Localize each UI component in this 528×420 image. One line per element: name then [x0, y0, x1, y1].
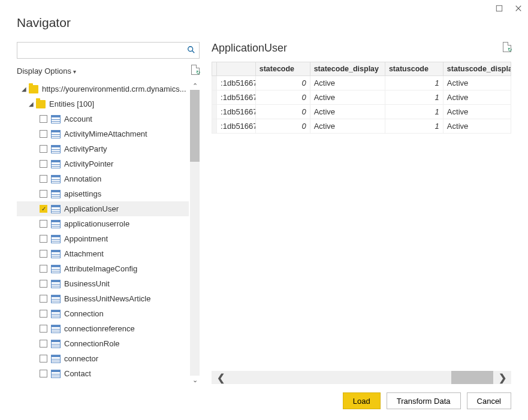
cell: Active: [310, 76, 385, 90]
tree-root-node[interactable]: ◢ https://yourenvironmentid.crm.dynamics…: [17, 81, 189, 96]
load-button[interactable]: Load: [343, 392, 381, 409]
table-icon: [51, 370, 61, 378]
table-icon: [51, 160, 61, 168]
checkbox[interactable]: [40, 160, 47, 168]
scroll-down-button[interactable]: ⌄: [190, 376, 200, 384]
table-row[interactable]: :1db516670Active1Active: [212, 105, 511, 119]
chevron-down-icon[interactable]: ◢: [22, 86, 28, 92]
entity-label: Account: [64, 114, 92, 123]
tree-entity-item[interactable]: connectionreference: [17, 321, 189, 336]
tree-entity-item[interactable]: BusinessUnitNewsArticle: [17, 291, 189, 306]
column-header[interactable]: [217, 62, 256, 76]
preview-table: statecodestatecode_displaystatuscodestat…: [212, 62, 511, 134]
entity-label: connector: [64, 354, 98, 363]
tree-entity-item[interactable]: Appointment: [17, 231, 189, 246]
entity-label: Appointment: [64, 234, 108, 243]
cell: :1db51667: [217, 76, 256, 90]
tree-entity-item[interactable]: Attachment: [17, 246, 189, 261]
checkbox[interactable]: [40, 370, 47, 377]
checkbox[interactable]: [40, 115, 47, 123]
cell: 1: [385, 76, 443, 90]
search-input[interactable]: [21, 46, 187, 55]
entity-label: Connection: [64, 309, 104, 318]
tree-entity-item[interactable]: applicationuserrole: [17, 216, 189, 231]
tree-entity-item[interactable]: Contact: [17, 366, 189, 381]
checkbox[interactable]: [40, 280, 47, 288]
tree-entity-item[interactable]: ActivityPointer: [17, 156, 189, 171]
table-icon: [51, 340, 61, 348]
scroll-up-button[interactable]: ⌃: [190, 81, 200, 90]
close-button[interactable]: [515, 4, 523, 12]
tree-entity-item[interactable]: AttributeImageConfig: [17, 261, 189, 276]
table-icon: [51, 130, 61, 138]
column-header[interactable]: statecode: [255, 62, 310, 76]
tree-entity-item[interactable]: ConnectionRole: [17, 336, 189, 351]
cell: 1: [385, 105, 443, 119]
display-options-dropdown[interactable]: Display Options: [17, 67, 76, 75]
preview-refresh-icon[interactable]: ↻: [503, 42, 511, 55]
cell: Active: [310, 105, 385, 119]
tree-entity-item[interactable]: ActivityParty: [17, 141, 189, 156]
cell: 0: [255, 76, 310, 90]
table-icon: [51, 310, 61, 318]
cell: 0: [255, 90, 310, 105]
chevron-down-icon[interactable]: ◢: [29, 101, 35, 107]
checkbox[interactable]: [40, 340, 47, 348]
table-row[interactable]: :1db516670Active1Active: [212, 76, 511, 90]
cell: 1: [385, 90, 443, 105]
cancel-button[interactable]: Cancel: [467, 392, 511, 409]
table-icon: [51, 205, 61, 213]
cell: :1db51667: [217, 105, 256, 119]
cell: 1: [385, 119, 443, 134]
search-input-container[interactable]: [17, 42, 200, 59]
tree-entity-item[interactable]: Account: [17, 111, 189, 126]
table-row[interactable]: :1db516670Active1Active: [212, 90, 511, 105]
entity-label: AttributeImageConfig: [64, 264, 137, 273]
column-header[interactable]: statecode_display: [310, 62, 385, 76]
checkbox[interactable]: [40, 325, 47, 333]
tree-entity-item[interactable]: ActivityMimeAttachment: [17, 126, 189, 141]
search-icon[interactable]: [187, 46, 195, 56]
navigator-tree[interactable]: ◢ https://yourenvironmentid.crm.dynamics…: [17, 81, 189, 384]
maximize-button[interactable]: [496, 4, 504, 12]
tree-entity-item[interactable]: apisettings: [17, 186, 189, 201]
checkbox[interactable]: [40, 295, 47, 303]
horizontal-scrollbar[interactable]: ❮ ❯: [212, 371, 511, 384]
scroll-right-button[interactable]: ❯: [493, 372, 511, 383]
tree-entity-item[interactable]: BusinessUnit: [17, 276, 189, 291]
tree-entity-item[interactable]: connector: [17, 351, 189, 366]
checkbox[interactable]: [40, 265, 47, 273]
checkbox[interactable]: ✓: [40, 205, 47, 213]
checkbox[interactable]: [40, 310, 47, 318]
column-header[interactable]: statuscode: [385, 62, 443, 76]
tree-entity-item[interactable]: Connection: [17, 306, 189, 321]
cell: 0: [255, 119, 310, 134]
table-row[interactable]: :1db516670Active1Active: [212, 119, 511, 134]
checkbox[interactable]: [40, 235, 47, 243]
cell: Active: [443, 90, 511, 105]
checkbox[interactable]: [40, 220, 47, 228]
checkbox[interactable]: [40, 355, 47, 362]
tree-entity-item[interactable]: ✓ApplicationUser: [17, 201, 189, 216]
preview-options-icon[interactable]: ↻: [191, 65, 200, 77]
table-icon: [51, 250, 61, 258]
scroll-left-button[interactable]: ❮: [212, 372, 230, 383]
hscroll-thumb[interactable]: [451, 371, 493, 384]
column-header[interactable]: statuscode_display: [443, 62, 511, 76]
transform-data-button[interactable]: Transform Data: [387, 392, 461, 409]
checkbox[interactable]: [40, 250, 47, 258]
scrollbar-thumb[interactable]: [190, 90, 200, 162]
tree-entity-item[interactable]: Annotation: [17, 171, 189, 186]
entity-label: ActivityParty: [64, 144, 107, 153]
tree-group-node[interactable]: ◢ Entities [100]: [17, 96, 189, 111]
checkbox[interactable]: [40, 175, 47, 183]
entity-label: Annotation: [64, 174, 101, 183]
table-icon: [51, 190, 61, 198]
checkbox[interactable]: [40, 190, 47, 198]
cell: Active: [443, 105, 511, 119]
svg-rect-0: [496, 5, 502, 11]
svg-point-1: [188, 46, 193, 51]
vertical-scrollbar[interactable]: [190, 90, 200, 376]
checkbox[interactable]: [40, 145, 47, 153]
checkbox[interactable]: [40, 130, 47, 138]
